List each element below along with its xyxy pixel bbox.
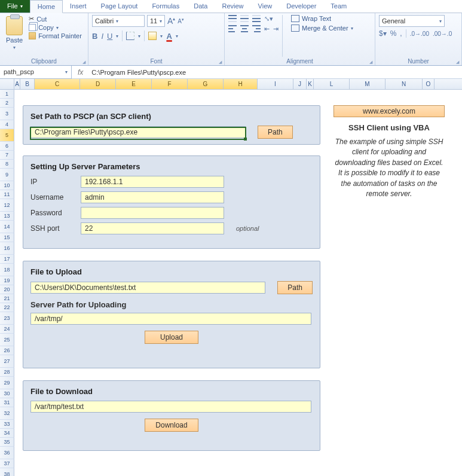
tab-file[interactable]: File — [0, 0, 30, 13]
row-header[interactable]: 7 — [0, 151, 14, 160]
col-header[interactable]: O — [423, 79, 435, 89]
align-left-icon[interactable] — [228, 25, 237, 32]
font-size-combo[interactable]: 11▾ — [147, 15, 165, 27]
formula-input[interactable]: C:\Program Files\Putty\pscp.exe — [89, 69, 462, 76]
format-painter-button[interactable]: Format Painter — [29, 32, 82, 39]
col-header[interactable]: C — [35, 79, 80, 89]
row-header[interactable]: 34 — [0, 429, 14, 438]
increase-decimal-icon[interactable]: .0→.00 — [410, 30, 429, 37]
password-input[interactable] — [81, 207, 224, 219]
row-header[interactable]: 35 — [0, 438, 14, 447]
col-header[interactable]: M — [350, 79, 385, 89]
row-header[interactable]: 8 — [0, 160, 14, 169]
row-header[interactable]: 22 — [0, 303, 14, 312]
row-header[interactable]: 23 — [0, 312, 14, 325]
upload-file-input[interactable]: C:\Users\DK\Documents\test.txt — [30, 282, 265, 294]
col-header[interactable]: E — [116, 79, 152, 89]
orientation-icon[interactable]: ⤡▾ — [264, 15, 273, 23]
row-header[interactable]: 20 — [0, 285, 14, 294]
col-header[interactable]: N — [385, 79, 423, 89]
ssh-port-input[interactable]: 22 — [81, 222, 224, 234]
username-input[interactable]: admin — [81, 191, 224, 203]
row-header[interactable]: 3 — [0, 108, 14, 120]
col-header[interactable]: I — [258, 79, 293, 89]
tab-insert[interactable]: Insert — [63, 0, 94, 13]
pscp-path-button[interactable]: Path — [258, 126, 293, 139]
fill-color-icon[interactable] — [148, 32, 157, 40]
tab-formulas[interactable]: Formulas — [145, 0, 186, 13]
col-header[interactable]: G — [188, 79, 224, 89]
tab-page-layout[interactable]: Page Layout — [94, 0, 145, 13]
upload-button[interactable]: Upload — [145, 331, 198, 344]
align-bottom-icon[interactable] — [252, 15, 261, 22]
row-header[interactable]: 38 — [0, 468, 14, 476]
row-header[interactable]: 36 — [0, 447, 14, 459]
font-name-combo[interactable]: Calibri▾ — [92, 15, 145, 27]
decrease-decimal-icon[interactable]: .00→.0 — [433, 30, 452, 37]
tab-home[interactable]: Home — [30, 0, 63, 13]
pscp-path-input[interactable]: C:\Program Files\Putty\pscp.exe — [30, 126, 246, 138]
merge-center-button[interactable]: Merge & Center▾ — [291, 25, 353, 32]
align-center-icon[interactable] — [240, 25, 249, 32]
row-header[interactable]: 10 — [0, 181, 14, 190]
row-header[interactable]: 6 — [0, 142, 14, 151]
col-header[interactable]: F — [152, 79, 188, 89]
row-header[interactable]: 25 — [0, 334, 14, 346]
row-header[interactable]: 17 — [0, 255, 14, 264]
italic-button[interactable]: I — [101, 32, 103, 41]
row-header[interactable]: 32 — [0, 407, 14, 420]
wrap-text-button[interactable]: Wrap Text — [291, 15, 353, 22]
accounting-format-icon[interactable]: $▾ — [379, 29, 387, 38]
col-header[interactable]: D — [80, 79, 116, 89]
download-button[interactable]: Download — [145, 419, 198, 432]
upload-path-button[interactable]: Path — [277, 281, 313, 294]
row-header[interactable]: 2 — [0, 99, 14, 108]
tab-data[interactable]: Data — [186, 0, 215, 13]
grow-font-icon[interactable]: A▴ — [167, 16, 175, 26]
tab-developer[interactable]: Developer — [279, 0, 323, 13]
font-color-button[interactable]: A — [166, 32, 172, 41]
paste-button[interactable]: Paste ▾ — [4, 15, 25, 51]
download-file-input[interactable]: /var/tmp/test.txt — [30, 401, 311, 413]
col-header[interactable]: K — [307, 79, 314, 89]
col-header[interactable]: A — [14, 79, 20, 89]
cell-grid[interactable]: Set Path to PSCP (an SCP client) C:\Prog… — [14, 90, 462, 476]
align-top-icon[interactable] — [228, 15, 237, 22]
row-header[interactable]: 16 — [0, 242, 14, 255]
row-header[interactable]: 1 — [0, 90, 14, 99]
col-header[interactable]: B — [20, 79, 35, 89]
fx-icon[interactable]: fx — [72, 68, 89, 77]
align-right-icon[interactable] — [252, 25, 261, 32]
underline-button[interactable]: U — [107, 32, 112, 41]
row-header[interactable]: 4 — [0, 120, 14, 129]
shrink-font-icon[interactable]: A▾ — [178, 17, 184, 25]
row-header[interactable]: 24 — [0, 325, 14, 334]
name-box[interactable]: path_pscp▾ — [0, 66, 72, 79]
row-header[interactable]: 19 — [0, 276, 14, 285]
select-all-corner[interactable] — [0, 79, 14, 89]
col-header[interactable]: J — [293, 79, 307, 89]
percent-format-icon[interactable]: % — [390, 29, 397, 38]
bold-button[interactable]: B — [92, 32, 97, 41]
server-path-input[interactable]: /var/tmp/ — [30, 313, 311, 325]
tab-view[interactable]: View — [251, 0, 280, 13]
row-header[interactable]: 18 — [0, 264, 14, 276]
row-header[interactable]: 37 — [0, 459, 14, 468]
row-header[interactable]: 12 — [0, 199, 14, 212]
ip-input[interactable]: 192.168.1.1 — [81, 176, 224, 188]
row-header[interactable]: 21 — [0, 294, 14, 303]
cut-button[interactable]: ✂Cut — [29, 15, 82, 23]
col-header[interactable]: L — [314, 79, 350, 89]
number-format-combo[interactable]: General▾ — [379, 15, 445, 27]
side-link[interactable]: www.excely.com — [334, 105, 445, 117]
borders-icon[interactable] — [126, 32, 134, 40]
row-header[interactable]: 26 — [0, 346, 14, 355]
align-middle-icon[interactable] — [240, 15, 249, 22]
increase-indent-icon[interactable]: ⇥ — [273, 25, 279, 33]
row-header[interactable]: 5 — [0, 129, 14, 142]
row-header[interactable]: 11 — [0, 190, 14, 199]
row-header[interactable]: 27 — [0, 355, 14, 368]
copy-button[interactable]: Copy▾ — [29, 24, 82, 31]
row-header[interactable]: 13 — [0, 212, 14, 221]
row-header[interactable]: 29 — [0, 377, 14, 389]
